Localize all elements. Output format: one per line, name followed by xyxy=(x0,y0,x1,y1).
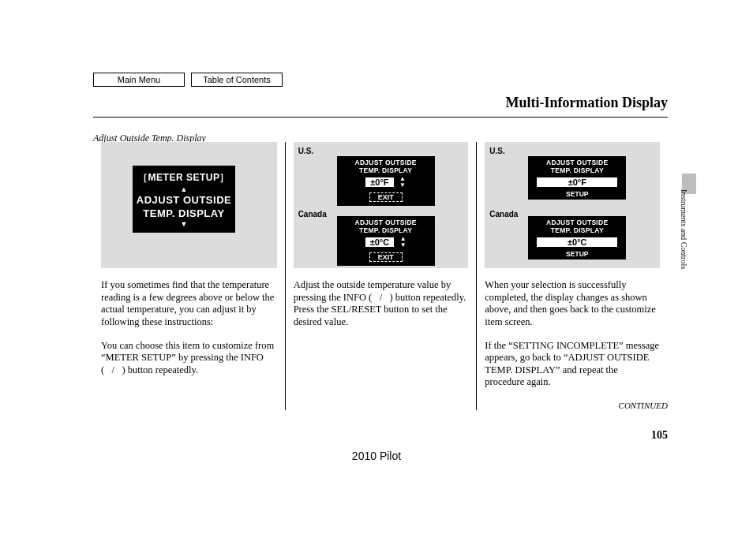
figure-col1: ［METER SETUP］ ▲ ADJUST OUTSIDE TEMP. DIS… xyxy=(101,142,277,268)
figure-col3: U.S. ADJUST OUTSIDE TEMP. DISPLAY ±0°F S… xyxy=(485,142,660,268)
lcd-us-c-value: ±0°F xyxy=(537,177,617,187)
col3-para1: When your selection is successfully comp… xyxy=(485,279,660,329)
main-menu-button[interactable]: Main Menu xyxy=(93,73,185,87)
lcd-ca-value: ±0°C xyxy=(365,237,395,247)
column-1: ［METER SETUP］ ▲ ADJUST OUTSIDE TEMP. DIS… xyxy=(93,142,285,410)
lcd-ca-c-line2: TEMP. DISPLAY xyxy=(530,226,624,234)
lcd-ca-exit: EXIT xyxy=(369,252,403,262)
stepper-arrows-icon: ▲▼ xyxy=(399,176,406,189)
model-year: 2010 Pilot xyxy=(0,450,753,462)
lcd-canada: ADJUST OUTSIDE TEMP. DISPLAY ±0°C ▲▼ EXI… xyxy=(337,216,435,266)
side-section-label: Instruments and Controls xyxy=(677,189,688,269)
continued-label: CONTINUED xyxy=(619,401,668,410)
column-2: U.S. ADJUST OUTSIDE TEMP. DISPLAY ±0°F ▲… xyxy=(285,142,477,410)
region-us-label: U.S. xyxy=(489,147,504,155)
col3-para2: If the “SETTING INCOMPLETE” message appe… xyxy=(485,340,660,390)
lcd-ca-line1: ADJUST OUTSIDE xyxy=(339,218,433,226)
col1-para1: If you sometimes find that the temperatu… xyxy=(101,279,277,329)
col2-para1: Adjust the outside temperature value by … xyxy=(294,279,469,329)
col1-para2: You can choose this item to customize fr… xyxy=(101,340,277,377)
lcd-line2: ADJUST OUTSIDE xyxy=(136,193,232,207)
region-canada-label: Canada xyxy=(489,210,518,218)
lcd-us-c-setup: SETUP xyxy=(530,190,624,198)
column-3: U.S. ADJUST OUTSIDE TEMP. DISPLAY ±0°F S… xyxy=(476,142,668,410)
region-canada-label: Canada xyxy=(298,210,327,218)
toc-button[interactable]: Table of Contents xyxy=(191,73,283,87)
lcd-us-exit: EXIT xyxy=(369,192,403,202)
lcd-us-c-line2: TEMP. DISPLAY xyxy=(530,166,624,174)
triangle-down-icon: ▼ xyxy=(136,220,232,228)
lcd-ca-c-setup: SETUP xyxy=(530,250,624,258)
lcd-canada-confirm: ADJUST OUTSIDE TEMP. DISPLAY ±0°C SETUP xyxy=(528,216,626,259)
lcd-us-line2: TEMP. DISPLAY xyxy=(339,166,433,174)
page-number: 105 xyxy=(651,429,668,442)
section-title: Multi-Information Display xyxy=(505,95,668,111)
lcd-ca-line2: TEMP. DISPLAY xyxy=(339,226,433,234)
header-rule xyxy=(93,117,668,118)
lcd-us-c-line1: ADJUST OUTSIDE xyxy=(530,159,624,166)
stepper-arrows-icon: ▲▼ xyxy=(400,236,406,248)
lcd-us-confirm: ADJUST OUTSIDE TEMP. DISPLAY ±0°F SETUP xyxy=(528,156,626,200)
lcd-us-value: ±0°F xyxy=(365,177,393,187)
lcd-line1: ［METER SETUP］ xyxy=(136,170,232,185)
lcd-ca-c-value: ±0°C xyxy=(537,237,617,247)
lcd-ca-c-line1: ADJUST OUTSIDE xyxy=(530,218,624,226)
lcd-meter-setup: ［METER SETUP］ ▲ ADJUST OUTSIDE TEMP. DIS… xyxy=(133,166,235,233)
content-columns: ［METER SETUP］ ▲ ADJUST OUTSIDE TEMP. DIS… xyxy=(93,142,668,410)
figure-col2: U.S. ADJUST OUTSIDE TEMP. DISPLAY ±0°F ▲… xyxy=(294,142,469,268)
lcd-line3: TEMP. DISPLAY xyxy=(136,207,232,220)
lcd-us: ADJUST OUTSIDE TEMP. DISPLAY ±0°F ▲▼ EXI… xyxy=(337,156,435,206)
lcd-us-line1: ADJUST OUTSIDE xyxy=(339,159,433,166)
region-us-label: U.S. xyxy=(298,147,313,155)
triangle-up-icon: ▲ xyxy=(136,185,232,193)
manual-page: Main Menu Table of Contents Multi-Inform… xyxy=(0,0,753,560)
